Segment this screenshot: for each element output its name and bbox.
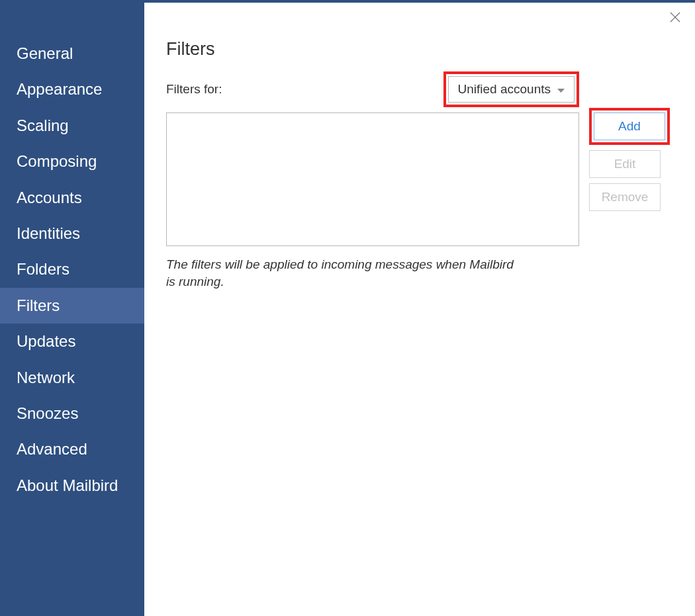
add-button-annotation-highlight: Add: [589, 108, 670, 145]
filters-for-row: Filters for: Unified accounts: [166, 71, 579, 107]
edit-button[interactable]: Edit: [589, 150, 661, 178]
sidebar-item-snoozes[interactable]: Snoozes: [0, 396, 144, 431]
close-button[interactable]: [669, 12, 682, 25]
main-panel: Filters Filters for: Unified accounts: [144, 3, 695, 616]
filters-for-label: Filters for:: [166, 82, 222, 97]
sidebar-item-composing[interactable]: Composing: [0, 144, 144, 179]
sidebar-item-identities[interactable]: Identities: [0, 216, 144, 251]
filters-listbox[interactable]: [166, 112, 579, 246]
sidebar-item-general[interactable]: General: [0, 36, 144, 71]
add-button[interactable]: Add: [594, 112, 665, 140]
filter-buttons-column: Add Edit Remove: [589, 108, 670, 211]
filters-explanation-text: The filters will be applied to incoming …: [166, 256, 517, 290]
close-icon: [670, 12, 680, 25]
sidebar-item-accounts[interactable]: Accounts: [0, 180, 144, 216]
chevron-down-icon: [557, 82, 565, 97]
remove-button[interactable]: Remove: [589, 183, 661, 211]
sidebar-item-about-mailbird[interactable]: About Mailbird: [0, 468, 144, 504]
dropdown-annotation-highlight: Unified accounts: [443, 71, 579, 107]
sidebar-item-updates[interactable]: Updates: [0, 324, 144, 359]
page-title: Filters: [166, 39, 670, 60]
settings-container: General Appearance Scaling Composing Acc…: [0, 3, 695, 616]
sidebar-item-folders[interactable]: Folders: [0, 251, 144, 287]
sidebar-item-advanced[interactable]: Advanced: [0, 431, 144, 467]
sidebar-item-network[interactable]: Network: [0, 360, 144, 396]
filters-row: Filters for: Unified accounts The filter…: [166, 71, 670, 290]
sidebar-item-filters[interactable]: Filters: [0, 288, 144, 324]
dropdown-selected-value: Unified accounts: [458, 82, 551, 97]
sidebar: General Appearance Scaling Composing Acc…: [0, 3, 144, 616]
account-dropdown[interactable]: Unified accounts: [448, 76, 575, 103]
filters-left-column: Filters for: Unified accounts The filter…: [166, 71, 579, 290]
sidebar-item-scaling[interactable]: Scaling: [0, 108, 144, 144]
sidebar-item-appearance[interactable]: Appearance: [0, 71, 144, 107]
